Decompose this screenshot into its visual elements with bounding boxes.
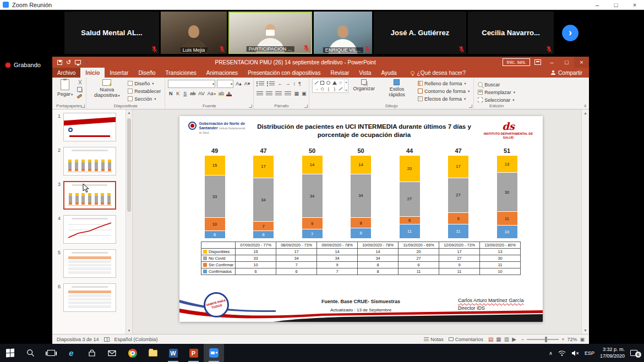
font-color-icon[interactable]: A: [226, 91, 232, 96]
dialog-launcher-icon[interactable]: [304, 105, 308, 108]
increase-indent-icon[interactable]: →: [285, 81, 290, 86]
keyboard-language[interactable]: ESP: [585, 350, 594, 356]
tab-presentación-con-diapositivas[interactable]: Presentación con diapositivas: [243, 68, 325, 78]
zoom-close-button[interactable]: ×: [625, 0, 644, 9]
slideshow-view-button[interactable]: ▶: [512, 336, 516, 342]
ribbon-display-options-icon[interactable]: [534, 59, 541, 65]
slide-canvas[interactable]: Gobernación de Norte de Santander Instit…: [179, 116, 543, 322]
decrease-font-size-icon[interactable]: A▾: [244, 81, 251, 86]
slide-thumbnail-6[interactable]: 6: [56, 283, 123, 312]
file-explorer-button[interactable]: [143, 344, 163, 362]
cut-icon[interactable]: [77, 80, 83, 85]
justify-icon[interactable]: [285, 91, 291, 96]
find-button[interactable]: Buscar: [477, 81, 516, 88]
zoom-restore-button[interactable]: □: [607, 0, 625, 9]
thumbnail-scrollbar-thumb[interactable]: [127, 118, 131, 212]
shape-outline-button[interactable]: Contorno de forma▾: [417, 87, 471, 95]
zoom-in-button[interactable]: +: [561, 337, 564, 342]
notes-button[interactable]: Notas: [424, 337, 444, 342]
zoom-app-button[interactable]: [204, 344, 224, 362]
layout-button[interactable]: Diseño▾: [127, 80, 162, 87]
reading-view-button[interactable]: ▥: [504, 336, 509, 342]
section-button[interactable]: Sección▾: [127, 95, 162, 102]
align-right-icon[interactable]: [275, 91, 282, 96]
character-spacing-icon[interactable]: AV: [198, 91, 205, 96]
dialog-launcher-icon[interactable]: [249, 105, 252, 108]
slide-sorter-view-button[interactable]: ▦: [496, 336, 501, 342]
start-slideshow-icon[interactable]: [75, 60, 81, 64]
network-icon[interactable]: [558, 350, 566, 356]
font-size-combo[interactable]: ▾: [217, 80, 233, 88]
smartart-icon[interactable]: ▣: [302, 91, 307, 96]
italic-icon[interactable]: K: [175, 91, 181, 96]
slide-vertical-scrollbar[interactable]: ▴▾: [581, 109, 589, 334]
shapes-gallery[interactable]: ☆ →◇{} ▴▾: [312, 79, 348, 93]
dialog-launcher-icon[interactable]: [81, 105, 85, 108]
format-painter-icon[interactable]: [77, 94, 83, 98]
tab-transiciones[interactable]: Transiciones: [161, 68, 201, 78]
numbering-icon[interactable]: [267, 81, 275, 86]
chrome-button[interactable]: [122, 344, 143, 362]
undo-icon[interactable]: ↺: [66, 59, 71, 65]
edge-button[interactable]: e: [61, 344, 81, 362]
bullets-icon[interactable]: [256, 81, 264, 86]
text-direction-icon[interactable]: ¶: [298, 81, 301, 86]
slide-thumbnail-4[interactable]: 4: [56, 215, 123, 244]
underline-icon[interactable]: S: [182, 91, 188, 96]
participant-tile[interactable]: Salud Mental AL...: [64, 12, 159, 54]
highlight-color-icon[interactable]: ab: [218, 91, 225, 96]
shape-effects-button[interactable]: Efectos de forma▾: [417, 95, 471, 102]
tab-insertar[interactable]: Insertar: [105, 68, 133, 78]
tray-expand-icon[interactable]: ∧: [549, 350, 553, 356]
copy-icon[interactable]: [77, 87, 82, 92]
normal-view-button[interactable]: ▤: [488, 336, 493, 342]
columns-icon[interactable]: ▦: [294, 91, 299, 96]
action-center-button[interactable]: 6: [630, 350, 638, 356]
participant-tile[interactable]: Luis Mejia: [161, 12, 227, 54]
zoom-minimize-button[interactable]: –: [588, 0, 607, 9]
ppt-restore-button[interactable]: □: [559, 57, 574, 68]
tab-archivo[interactable]: Archivo: [52, 68, 80, 78]
save-icon[interactable]: [57, 60, 62, 65]
next-participants-button[interactable]: ›: [562, 25, 578, 41]
start-button[interactable]: [0, 344, 20, 362]
participant-tile[interactable]: ENRIQUE VIL...: [314, 12, 372, 54]
volume-muted-icon[interactable]: [571, 350, 579, 356]
task-view-button[interactable]: [41, 344, 61, 362]
tab-animaciones[interactable]: Animaciones: [201, 68, 243, 78]
shapes-scroll-icons[interactable]: ▴▾: [344, 80, 347, 92]
tab-vista[interactable]: Vista: [354, 68, 376, 78]
slide-thumbnail-2[interactable]: 2: [56, 147, 123, 175]
comments-button[interactable]: Comentarios: [449, 337, 483, 342]
mail-button[interactable]: [102, 344, 122, 362]
slide-thumbnail-3[interactable]: 3: [56, 181, 123, 210]
select-button[interactable]: Seleccionar▾: [477, 96, 516, 103]
word-button[interactable]: W: [163, 344, 183, 362]
slide-thumbnail-5[interactable]: 5: [56, 249, 123, 278]
tell-me-search[interactable]: ¿Qué desea hacer?: [411, 68, 466, 78]
ppt-minimize-button[interactable]: –: [544, 57, 559, 68]
language-indicator[interactable]: Español (Colombia): [114, 337, 158, 342]
bold-icon[interactable]: N: [168, 91, 173, 96]
zoom-percent[interactable]: 72%: [567, 337, 577, 342]
quick-access-dropdown-icon[interactable]: ▾: [85, 60, 88, 64]
share-button[interactable]: Compartir: [551, 68, 582, 78]
align-center-icon[interactable]: [266, 91, 272, 96]
tab-revisar[interactable]: Revisar: [325, 68, 354, 78]
replace-button[interactable]: Reemplazar▾: [477, 89, 516, 96]
participant-tile[interactable]: Cecilia Navarro...: [468, 12, 554, 54]
strikethrough-icon[interactable]: ab: [189, 91, 196, 96]
font-name-combo[interactable]: ▾: [168, 80, 215, 88]
taskbar-clock[interactable]: 3:32 p. m. 17/09/2020: [600, 347, 625, 359]
zoom-slider[interactable]: [527, 339, 559, 340]
reset-button[interactable]: Restablecer: [127, 87, 162, 95]
paste-button[interactable]: Pegar▾: [55, 79, 75, 97]
increase-font-size-icon[interactable]: A▴: [235, 81, 242, 86]
collapse-ribbon-icon[interactable]: ∧: [583, 103, 587, 108]
fit-slide-button[interactable]: ▣: [580, 337, 585, 342]
store-button[interactable]: [81, 344, 102, 362]
zoom-slider-thumb[interactable]: [545, 337, 547, 342]
new-slide-button[interactable]: Nueva diapositiva▾: [89, 79, 124, 99]
change-case-icon[interactable]: Aa▾: [207, 91, 216, 96]
tab-inicio[interactable]: Inicio: [80, 68, 105, 78]
